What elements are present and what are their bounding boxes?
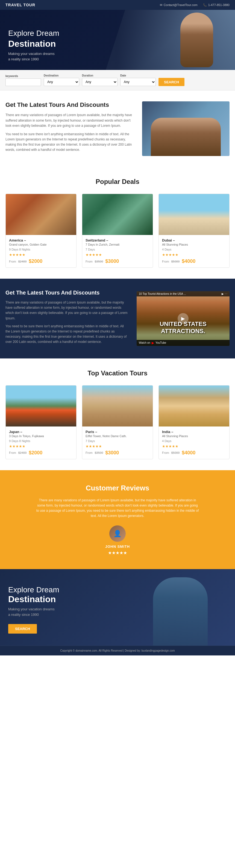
tour-stars-india: ★★★★★ [162, 444, 226, 448]
header-email: ✉ Contact@TravelTour.com [160, 3, 198, 7]
play-button[interactable]: ▶ [178, 313, 188, 324]
tour-stars-paris: ★★★★★ [86, 444, 149, 448]
video-bottom-bar: Watch on ▶ YouTube [137, 340, 230, 346]
deal-from-switzerland: From [86, 260, 93, 263]
site-footer: Copyright © domainname.com. All Rights R… [0, 646, 235, 655]
email-icon: ✉ [160, 3, 162, 7]
tour-days-japan: 9 Days 8 Nights [9, 439, 73, 443]
deal-days-america: 9 Days 8 Nights [9, 248, 73, 251]
video-para1: There are many variations of passages of… [5, 300, 128, 321]
deal-card-switzerland: Switzerland – 7 Days In Zurich, Zermatt … [82, 194, 153, 268]
deal-new-price-dubai: $4000 [182, 258, 195, 264]
video-player[interactable]: 10 Top Tourist Attractions in the USA ..… [137, 291, 230, 346]
deal-desc-america: Grand canyon, Golden Gate [9, 243, 73, 246]
date-select[interactable]: Any [120, 78, 156, 86]
tour-new-price-india: $4000 [182, 450, 195, 456]
deal-price-switzerland: From $3500 $3000 [86, 258, 149, 264]
watch-label: Watch on [139, 341, 150, 344]
tour-from-india: From [162, 451, 169, 454]
deal-info-america: America – Grand canyon, Golden Gate 9 Da… [6, 235, 76, 268]
destination-select[interactable]: Any [44, 78, 79, 86]
info-image-inner [142, 101, 230, 156]
tour-from-japan: From [9, 451, 16, 454]
tour-stars-japan: ★★★★★ [9, 444, 73, 448]
video-text: Get The Latest Tours And Discounts There… [5, 289, 128, 347]
tours-grid: Japan – 3 Days In Tokyo, Fujikawa 9 Days… [5, 385, 230, 459]
cta-title-light: Explore Dream [8, 586, 227, 594]
deal-card-america: America – Grand canyon, Golden Gate 9 Da… [5, 194, 77, 268]
info-section: Get The Latest Tours And Discounts There… [0, 90, 235, 167]
tour-new-price-paris: $3000 [105, 450, 119, 456]
tour-info-japan: Japan – 3 Days In Tokyo, Fujikawa 9 Days… [6, 427, 76, 459]
info-text: Get The Latest Tours And Discounts There… [5, 101, 134, 156]
tour-price-india: From $5000 $4000 [162, 450, 226, 456]
tour-days-paris: 7 Days [86, 439, 149, 443]
deal-from-dubai: From [162, 260, 169, 263]
tour-desc-india: All Stunning Places [162, 434, 226, 438]
keywords-label: keywords [5, 74, 41, 78]
tour-card-paris: Paris – Eiffel Tower, Notre Dame Cath. 7… [82, 385, 153, 459]
deal-stars-america: ★★★★★ [9, 253, 73, 257]
video-title-text: 10 Top Tourist Attractions in the USA ..… [139, 292, 186, 296]
phone-icon: 📞 [203, 3, 207, 7]
tour-new-price-japan: $2000 [29, 450, 42, 456]
vacation-tours-section: Top Vacation Tours Japan – 3 Days In Tok… [0, 359, 235, 470]
info-para1: There are many variations of passages of… [5, 113, 134, 128]
deal-desc-switzerland: 7 Days In Zurich, Zermatt [86, 243, 149, 246]
tour-price-paris: From $3500 $3000 [86, 450, 149, 456]
deal-name-switzerland: Switzerland – [86, 238, 149, 242]
reviews-section: Customer Reviews There are many variatio… [0, 470, 235, 569]
deal-image-switzerland [82, 194, 153, 235]
date-field: Date Any [120, 74, 156, 86]
hero-person-image [180, 12, 213, 67]
tour-image-india [159, 385, 229, 427]
deal-image-america [6, 194, 76, 235]
video-thumbnail: 10 Top Tourist Attractions in the USA ..… [137, 291, 230, 346]
video-section: Get The Latest Tours And Discounts There… [0, 279, 235, 359]
cta-subtitle: Making your vacation dreams a reality si… [8, 607, 227, 617]
hero-section: Explore Dream Destination Making your va… [0, 10, 235, 70]
search-bar: keywords Destination Any Duration Any Da… [0, 70, 235, 90]
duration-field: Duration Any [82, 74, 117, 86]
hero-title-bold: Destination [8, 39, 59, 49]
popular-deals-section: Popular Deals America – Grand canyon, Go… [0, 167, 235, 279]
deal-price-america: From $2400 $2000 [9, 258, 73, 264]
deal-old-price-dubai: $5000 [171, 260, 180, 263]
duration-label: Duration [82, 74, 117, 77]
tour-old-price-japan: $2400 [18, 451, 27, 454]
tour-image-japan [6, 385, 76, 427]
tour-price-japan: From $2400 $2000 [9, 450, 73, 456]
tour-card-japan: Japan – 3 Days In Tokyo, Fujikawa 9 Days… [5, 385, 77, 459]
reviews-title: Customer Reviews [5, 484, 230, 492]
search-button[interactable]: SEARCH [158, 78, 184, 86]
info-title: Get The Latest Tours And Discounts [5, 101, 134, 108]
tour-info-paris: Paris – Eiffel Tower, Notre Dame Cath. 7… [82, 427, 153, 459]
deal-new-price-america: $2000 [29, 258, 42, 264]
keywords-input[interactable] [5, 79, 41, 86]
vacation-tours-title: Top Vacation Tours [5, 369, 230, 377]
youtube-label: YouTube [155, 341, 166, 344]
info-para2: You need to be sure there isn't anything… [5, 132, 134, 153]
video-para2: You need to be sure there isn't anything… [5, 324, 128, 345]
reviewer-name: JOHN SMITH [5, 545, 230, 549]
destination-label: Destination [44, 74, 79, 77]
youtube-icon: ▶ [152, 341, 154, 345]
tour-from-paris: From [86, 451, 93, 454]
deals-grid: America – Grand canyon, Golden Gate 9 Da… [5, 194, 230, 268]
deal-from-america: From [9, 260, 16, 263]
deal-old-price-america: $2400 [18, 260, 27, 263]
tour-name-paris: Paris – [86, 430, 149, 434]
cta-content: Explore Dream Destination Making your va… [8, 586, 227, 633]
header-contact: ✉ Contact@TravelTour.com 📞 1-477-851-388… [160, 3, 230, 7]
deal-image-dubai [159, 194, 229, 235]
cta-search-button[interactable]: SEARCH [8, 624, 37, 633]
site-header: TRAVEL TOUR ✉ Contact@TravelTour.com 📞 1… [0, 0, 235, 10]
deal-stars-dubai: ★★★★★ [162, 253, 226, 257]
duration-select[interactable]: Any [82, 78, 117, 86]
deal-card-dubai: Dubai – All Stunning Places 4 Days ★★★★★… [158, 194, 230, 268]
deal-days-switzerland: 7 Days [86, 248, 149, 251]
reviewer-stars: ★★★★★ [5, 550, 230, 555]
info-image [142, 101, 230, 156]
tour-name-japan: Japan – [9, 430, 73, 434]
hero-content: Explore Dream Destination Making your va… [8, 29, 59, 62]
